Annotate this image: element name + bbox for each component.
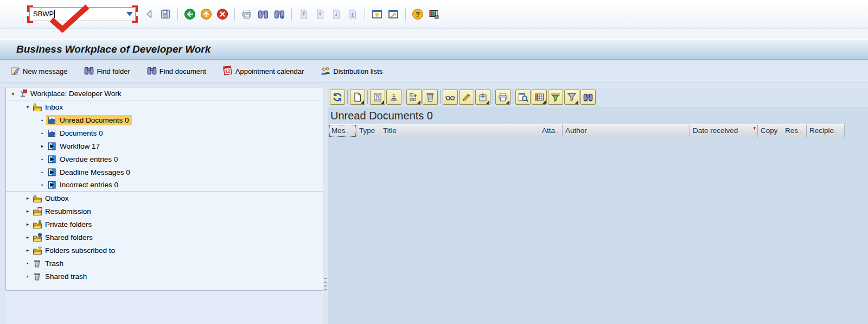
- tree-item-content[interactable]: Inbox: [31, 102, 66, 112]
- column-header-type[interactable]: Type: [356, 124, 380, 137]
- create-filter-icon[interactable]: [548, 90, 563, 105]
- tree-item-content[interactable]: Unread Documents 0: [46, 115, 132, 125]
- resubmission-hourglass-icon[interactable]: [370, 90, 385, 105]
- tree-item-shared-trash[interactable]: ·Shared trash: [6, 270, 323, 283]
- save-icon[interactable]: [158, 7, 173, 22]
- app-toolbar-item-find-folder[interactable]: Find folder: [84, 65, 130, 78]
- new-session-icon[interactable]: [369, 7, 385, 22]
- customize-layout-icon[interactable]: [426, 7, 442, 22]
- find-icon[interactable]: [256, 7, 271, 22]
- outbox-folder-icon: [33, 194, 42, 203]
- create-document-icon[interactable]: [350, 90, 365, 105]
- move-icon[interactable]: [406, 90, 422, 105]
- tree-item-workplace-developer-work[interactable]: ▾Workplace: Developer Work: [6, 87, 323, 100]
- tree-item-content[interactable]: Incorrect entries 0: [46, 180, 121, 190]
- delete-filter-icon[interactable]: [564, 90, 579, 105]
- column-header-recipie[interactable]: Recipie..: [807, 124, 845, 137]
- tree-item-resubmission[interactable]: ▸Resubmission: [6, 205, 323, 218]
- app-toolbar-item-find-document[interactable]: Find document: [146, 65, 206, 78]
- document-icon: [47, 116, 57, 125]
- tree-item-content[interactable]: Trash: [31, 258, 66, 269]
- refresh-icon[interactable]: [330, 90, 345, 105]
- cancel-icon[interactable]: [215, 7, 230, 22]
- toolbar-gap: [0, 29, 868, 39]
- workflow-icon: [47, 155, 57, 164]
- command-field[interactable]: SBWP: [29, 7, 136, 21]
- app-toolbar-item-new-message[interactable]: New message: [10, 65, 67, 78]
- sort-descending-icon[interactable]: ▾: [753, 125, 756, 131]
- column-header-atta[interactable]: Atta..: [539, 124, 563, 137]
- column-header-title[interactable]: Title: [380, 124, 539, 137]
- column-header-author[interactable]: Author: [563, 124, 690, 137]
- tree-item-folders-subscribed-to[interactable]: ▸Folders subscribed to: [6, 244, 323, 257]
- tree-item-content[interactable]: Documents 0: [46, 128, 106, 138]
- help-icon[interactable]: ?: [410, 7, 425, 22]
- forward-icon[interactable]: [475, 90, 490, 105]
- tree-item-content[interactable]: Deadline Messages 0: [46, 167, 133, 177]
- tree-item-deadline-messages-0[interactable]: ·Deadline Messages 0: [6, 166, 323, 179]
- change-icon[interactable]: [459, 90, 474, 105]
- back-icon[interactable]: [182, 7, 197, 22]
- tree-item-incorrect-entries-0[interactable]: ·Incorrect entries 0: [6, 179, 323, 192]
- tree-item-content[interactable]: Workflow 17: [46, 141, 103, 151]
- views-icon[interactable]: [532, 90, 547, 105]
- preview-icon[interactable]: [515, 90, 531, 105]
- tree-item-content[interactable]: Shared trash: [31, 271, 90, 282]
- tree-item-content[interactable]: Overdue entries 0: [46, 154, 120, 164]
- expand-arrow-icon[interactable]: ▸: [24, 247, 31, 253]
- splitter-grip-icon[interactable]: [324, 278, 327, 292]
- tree-item-shared-folders[interactable]: ▸Shared folders: [6, 231, 323, 244]
- tree-item-private-folders[interactable]: ▸Private folders: [6, 218, 323, 231]
- display-icon[interactable]: [443, 90, 458, 105]
- tree-item-overdue-entries-0[interactable]: ·Overdue entries 0: [6, 153, 323, 166]
- tree-item-content[interactable]: Shared folders: [31, 232, 95, 243]
- column-header-res[interactable]: Res..: [782, 124, 807, 137]
- previous-page-icon[interactable]: [312, 7, 328, 22]
- tree-item-content[interactable]: Private folders: [31, 219, 94, 230]
- new-message-icon: [10, 65, 21, 78]
- tree-item-content[interactable]: Resubmission: [31, 206, 94, 217]
- tree-item-content[interactable]: Outbox: [31, 193, 72, 204]
- annotation-bracket: [27, 16, 33, 23]
- sort-icon[interactable]: [386, 90, 401, 105]
- toolbar-separator: [291, 8, 292, 21]
- tree-item-inbox[interactable]: ▾Inbox: [6, 100, 323, 113]
- back-arrow-icon[interactable]: [142, 7, 157, 22]
- print-list-icon[interactable]: [495, 90, 510, 105]
- tree-item-trash[interactable]: ·Trash: [6, 257, 323, 270]
- app-toolbar-item-appointment-calendar[interactable]: 12Appointment calendar: [222, 65, 304, 78]
- tree-item-content[interactable]: Folders subscribed to: [31, 245, 118, 256]
- delete-icon[interactable]: [423, 90, 438, 105]
- expand-arrow-icon[interactable]: ▸: [39, 143, 46, 149]
- find-next-icon[interactable]: [272, 7, 287, 22]
- last-page-icon[interactable]: [345, 7, 360, 22]
- command-field-dropdown-icon[interactable]: [126, 12, 133, 16]
- column-header-mes[interactable]: Mes..: [329, 124, 356, 137]
- create-shortcut-icon[interactable]: [386, 7, 401, 22]
- find-in-list-icon[interactable]: [580, 90, 596, 105]
- expand-arrow-icon[interactable]: ▸: [24, 234, 31, 240]
- tree-item-documents-0[interactable]: ·Documents 0: [6, 126, 323, 139]
- panel-splitter[interactable]: [323, 87, 328, 324]
- expand-arrow-icon[interactable]: ▸: [24, 221, 31, 227]
- column-header-date-received[interactable]: Date received▾: [690, 124, 758, 137]
- exit-icon[interactable]: [199, 7, 214, 22]
- column-header-copy[interactable]: Copy: [758, 124, 782, 137]
- next-page-icon[interactable]: [329, 7, 344, 22]
- tree-item-content[interactable]: Workplace: Developer Work: [17, 88, 124, 99]
- first-page-icon[interactable]: [296, 7, 311, 22]
- enter-icon[interactable]: [10, 7, 25, 22]
- expand-arrow-icon[interactable]: ▸: [24, 195, 31, 201]
- tree-item-unread-documents-0[interactable]: ·Unread Documents 0: [6, 113, 323, 126]
- list-heading: Unread Documents 0: [328, 107, 868, 124]
- app-toolbar-item-distribution-lists[interactable]: Distribution lists: [320, 65, 382, 78]
- truncation-dots: ..: [834, 129, 838, 134]
- expand-arrow-icon[interactable]: ▸: [24, 208, 31, 214]
- collapse-arrow-icon[interactable]: ▾: [9, 91, 17, 97]
- tree-item-outbox[interactable]: ▸Outbox: [6, 192, 323, 205]
- private-folders-icon: [33, 220, 42, 229]
- toolbar-separator: [367, 90, 368, 104]
- print-icon[interactable]: [239, 7, 254, 22]
- collapse-arrow-icon[interactable]: ▾: [24, 104, 31, 110]
- tree-item-workflow-17[interactable]: ▸Workflow 17: [6, 139, 323, 153]
